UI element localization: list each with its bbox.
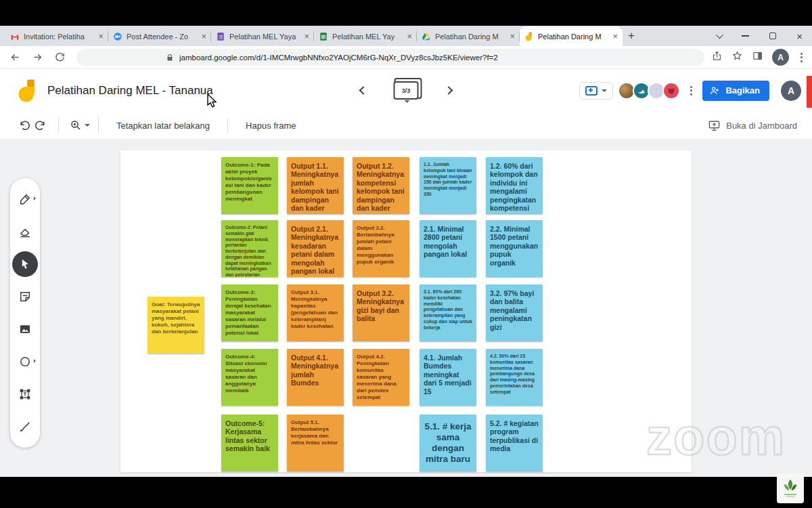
sticky-note-outcome-2[interactable]: Outcome-2: Petani semakin giat menerapka… [221,220,278,277]
sticky-note-outcome-1[interactable]: Outcome-1: Pada akhir proyek kelompok/or… [221,157,278,214]
browser-menu-icon[interactable] [798,53,805,62]
board-menu-icon[interactable] [687,86,695,96]
zoom-caret-icon[interactable] [85,124,90,129]
text-box-tool-icon[interactable] [12,381,38,407]
board-canvas[interactable]: Goal: Terwujudnya masyarakat petani yang… [120,150,692,472]
jamboard-screen-icon [708,119,721,132]
add-frame-button[interactable] [579,82,613,100]
sticky-note-indicator-2-1[interactable]: 2.1. Minimal 2800 petani mengolah pangan… [420,220,476,277]
chevron-down-icon [602,89,607,95]
open-in-jamboard-label: Buka di Jamboard [726,121,797,131]
side-panel-icon[interactable] [752,50,763,64]
frame-counter[interactable]: 3/3 [394,81,419,100]
window-controls: × [716,26,807,46]
sticky-note-output-4-2[interactable]: Output 4.2. Peningkatan komunitas sasara… [353,349,409,406]
sticky-note-output-4-1[interactable]: Output 4.1. Meningkatnya jumlah Bumdes [287,349,344,406]
sticky-note-output-2-1[interactable]: Output 2.1. Meningkatnya kesadaran petan… [287,220,344,277]
sticky-note-outcome-4[interactable]: Outcome-4: Situasi ekonomi masyarakat sa… [221,349,278,406]
browser-tab-zoom[interactable]: Post Attendee - Zo× [108,26,211,46]
browser-profile-avatar[interactable]: A [772,49,789,66]
marker-tool-icon[interactable] [12,186,38,212]
previous-frame-icon[interactable] [359,86,368,95]
screen: Invitation: Pelatiha×Post Attendee - Zo×… [0,0,812,508]
sticky-note-tool-icon[interactable] [12,284,38,310]
sticky-note-indicator-3-1[interactable]: 3.1. 60% dari 260 kader kesehatan memili… [420,284,476,341]
sticky-note-goal[interactable]: Goal: Terwujudnya masyarakat petani yang… [148,297,204,354]
tab-close-icon[interactable]: × [407,32,412,41]
window-menu-icon[interactable] [716,31,723,39]
bookmark-star-icon[interactable] [731,50,743,64]
sticky-note-indicator-5-2[interactable]: 5.2. # kegiatan program terpublikasi di … [486,415,543,471]
next-frame-icon[interactable] [445,86,453,95]
close-window-icon[interactable]: × [796,31,803,41]
forward-icon[interactable] [29,49,45,66]
back-icon[interactable] [7,49,23,66]
drive-icon [422,32,431,41]
url-text: jamboard.google.com/d/1-IMCMrwgbNNfxo2YA… [179,54,498,62]
tab-close-icon[interactable]: × [304,32,309,41]
zoom-tool-icon[interactable] [67,117,85,134]
tab-close-icon[interactable]: × [612,32,618,41]
sticky-note-indicator-5-1[interactable]: 5.1. # kerja sama dengan mitra baru [420,415,476,471]
clear-frame-button[interactable]: Hapus frame [236,121,305,131]
browser-window: Invitation: Pelatiha×Post Attendee - Zo×… [0,26,812,477]
sticky-note-indicator-1-2[interactable]: 1.2. 60% dari kelompok dan individu ini … [486,157,543,214]
person-add-icon [709,85,720,96]
frame-navigation: 3/3 [361,81,452,100]
participant-avatar-4[interactable] [662,82,680,100]
sticky-note-output-2-2[interactable]: Output 2.2. Bertambahnya jumlah petani d… [353,220,409,277]
workspace: Goal: Terwujudnya masyarakat petani yang… [0,139,812,477]
sticky-note-indicator-4-2[interactable]: 4.2. 50% dari 23 komunitas sasaran mener… [486,349,543,406]
tabs: Invitation: Pelatiha×Post Attendee - Zo×… [5,26,623,46]
sticky-note-output-3-2[interactable]: Output 3.2. Meningkatnya gizi bayi dan b… [353,284,409,341]
minimize-icon[interactable] [742,35,749,37]
open-in-jamboard-button[interactable]: Buka di Jamboard [708,119,797,132]
jamboard-toolbar: Tetapkan latar belakang Hapus frame Buka… [0,112,812,139]
sticky-note-indicator-1-1[interactable]: 1.1. Jumlah kelompok tani binaan meningk… [420,157,476,214]
gmail-icon [10,32,20,41]
shape-tool-icon[interactable] [12,349,38,375]
account-avatar[interactable]: A [781,81,801,101]
board-title[interactable]: Pelatihan Daring MEL - Tananua [47,84,213,98]
add-frame-icon [585,86,597,96]
jamboard-icon [524,32,534,41]
sticky-note-output-1-1[interactable]: Output 1.1. Meningkatnya jumlah kelompok… [287,157,344,214]
browser-tab-gmail[interactable]: Invitation: Pelatiha× [5,26,108,46]
sticky-note-indicator-3-2[interactable]: 3.2. 97% bayi dan balita mengalami penin… [486,284,543,341]
tab-title: Pelatihan MEL Yay [332,33,403,41]
share-page-icon[interactable] [711,50,723,64]
eraser-tool-icon[interactable] [12,219,38,245]
browser-tab-forms[interactable]: Pelatihan MEL Yaya× [211,26,314,46]
redo-icon[interactable] [32,117,50,134]
select-tool-icon[interactable] [12,251,38,277]
address-input[interactable]: jamboard.google.com/d/1-IMCMrwgbNNfxo2YA… [76,49,704,66]
browser-tab-jamboard[interactable]: Pelatihan Daring M× [520,26,623,46]
organization-leaf-logo [777,473,804,503]
sticky-note-outcome-5[interactable]: Outcome-5: Kerjasama lintas sektor semak… [221,415,278,471]
image-tool-icon[interactable] [12,316,38,342]
set-background-button[interactable]: Tetapkan latar belakang [107,121,219,131]
maximize-icon[interactable] [769,33,776,39]
header-actions: Bagikan A [579,81,801,101]
sticky-note-outcome-3[interactable]: Outcome-3: Peningkatan derajat kesehatan… [221,284,278,341]
browser-tab-sheets[interactable]: Pelatihan MEL Yay× [314,26,417,46]
tab-close-icon[interactable]: × [201,32,206,41]
sticky-note-output-1-2[interactable]: Output 1.2. Meningkatnya kompetensi kelo… [353,157,409,214]
laser-tool-icon[interactable] [12,414,38,440]
share-button[interactable]: Bagikan [702,81,769,101]
sticky-note-output-5-1[interactable]: Output 5.1. Bertambahnya kerjasama dan m… [287,415,344,471]
url-bar: jamboard.google.com/d/1-IMCMrwgbNNfxo2YA… [0,46,812,69]
sheets-icon [319,32,328,41]
tab-close-icon[interactable]: × [510,32,515,41]
sticky-note-indicator-2-2[interactable]: 2.2. Minimal 1500 petani menggunakan pup… [486,220,543,277]
forms-icon [216,32,225,41]
undo-icon[interactable] [15,117,32,134]
sticky-note-output-3-1[interactable]: Output 3.1. Meningkatnya kapasitas (peng… [287,284,344,341]
tab-close-icon[interactable]: × [98,32,104,41]
browser-tab-drive[interactable]: Pelatihan Daring M× [417,26,520,46]
browser-actions: A [711,49,805,66]
tab-title: Invitation: Pelatiha [24,33,94,41]
refresh-icon[interactable] [51,49,68,66]
new-tab-button[interactable]: + [623,27,640,45]
sticky-note-indicator-4-1[interactable]: 4.1. Jumlah Bumdes meningkat dari 5 menj… [420,349,476,406]
